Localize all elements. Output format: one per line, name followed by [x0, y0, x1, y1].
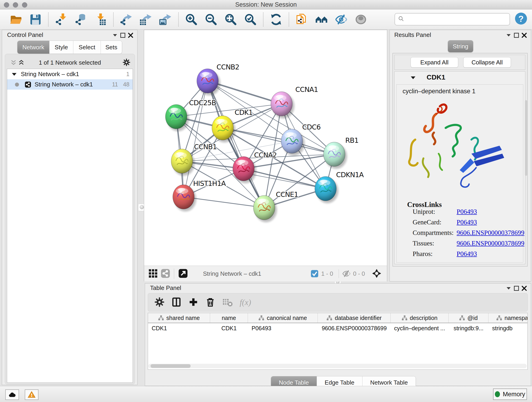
- help-button[interactable]: ?: [514, 12, 528, 26]
- search-input[interactable]: [406, 14, 510, 25]
- export-table-button[interactable]: [139, 12, 153, 27]
- network-node-CCNE1[interactable]: [253, 196, 277, 222]
- tab-style[interactable]: Style: [50, 41, 73, 54]
- table-panel-menu-icon[interactable]: [505, 285, 512, 292]
- import-net-icon: [55, 13, 68, 26]
- results-scrollbar[interactable]: [525, 100, 527, 176]
- show-results-button[interactable]: [354, 12, 368, 27]
- save-session-button[interactable]: [29, 12, 42, 27]
- network-node-CDC6[interactable]: [281, 129, 304, 156]
- node-label-CCNB2: CCNB2: [216, 63, 239, 71]
- table-settings-gear-icon[interactable]: [154, 297, 165, 308]
- export-network-button[interactable]: [119, 12, 133, 27]
- cell-description[interactable]: cyclin–dependent ...: [391, 323, 449, 333]
- crosslink-compartments-link[interactable]: 9606.ENSP00000378699: [457, 229, 525, 236]
- import-network-from-file-button[interactable]: [54, 12, 68, 27]
- column-header-database-identifier[interactable]: database identifier: [318, 313, 391, 323]
- fit-selected-crosshair-icon[interactable]: [371, 268, 382, 279]
- column-header-description[interactable]: description: [391, 313, 449, 323]
- zoom-in-button[interactable]: [184, 12, 198, 27]
- network-canvas[interactable]: CCNB2CCNA1CDC25BCDK1CDC6RB1CCNB1CCNA2CDK…: [144, 30, 387, 266]
- control-panel-close-icon[interactable]: [127, 32, 134, 39]
- control-panel-float-icon[interactable]: [119, 32, 126, 39]
- detach-view-icon[interactable]: [178, 268, 188, 279]
- network-node-HIST1H1A[interactable]: [173, 185, 196, 211]
- crosslink-genecard-link[interactable]: P06493: [457, 218, 477, 226]
- minimize-window-button[interactable]: [13, 2, 18, 7]
- control-panel-menu-icon[interactable]: [112, 32, 119, 39]
- node-label-CCNA1: CCNA1: [295, 85, 318, 94]
- table-panel-close-icon[interactable]: [521, 285, 528, 292]
- cell-id[interactable]: stringdb:9...: [449, 323, 488, 333]
- column-header-name[interactable]: name: [210, 313, 248, 323]
- delete-column-icon[interactable]: [205, 297, 216, 308]
- cell-database-identifier[interactable]: 9606.ENSP00000378699: [318, 323, 391, 333]
- cloud-status-button[interactable]: [5, 389, 19, 400]
- zoom-out-button[interactable]: [204, 12, 218, 27]
- expand-all-button[interactable]: Expand All: [411, 57, 458, 68]
- cell-namespace[interactable]: stringdb: [488, 323, 528, 333]
- zoom-fit-icon: [224, 13, 237, 26]
- crosslink-pharos-link[interactable]: P06493: [457, 250, 477, 258]
- column-header-canonical-name[interactable]: canonical name: [248, 313, 318, 323]
- network-collection-row[interactable]: String Network – cdk1 1: [7, 69, 133, 79]
- network-selection-status: 1 of 1 Network selected: [5, 59, 135, 66]
- close-window-button[interactable]: [4, 2, 9, 7]
- show-grid-icon[interactable]: [148, 268, 158, 279]
- export-image-button[interactable]: [159, 12, 172, 27]
- collapse-all-button[interactable]: Collapse All: [463, 57, 511, 68]
- hide-results-button[interactable]: [334, 12, 348, 27]
- add-column-icon[interactable]: [188, 297, 199, 308]
- tab-select[interactable]: Select: [73, 41, 101, 54]
- tab-sets[interactable]: Sets: [101, 41, 122, 54]
- column-header-shared-name[interactable]: shared name: [148, 313, 210, 323]
- network-node-CDKN1A[interactable]: [315, 177, 338, 203]
- network-type-icon: [25, 81, 32, 88]
- network-node-CCNA1[interactable]: [271, 92, 294, 118]
- warnings-button[interactable]: [25, 389, 38, 400]
- gene-section-header[interactable]: CDK1: [394, 71, 525, 83]
- table-horizontal-scrollbar[interactable]: [148, 364, 527, 368]
- refresh-layout-button[interactable]: [269, 12, 283, 27]
- import-table-from-file-button[interactable]: [94, 12, 108, 27]
- function-builder-button[interactable]: f(x): [240, 298, 251, 307]
- node-label-CCNE1: CCNE1: [276, 191, 298, 198]
- crosslink-uniprot-link[interactable]: P06493: [457, 208, 477, 216]
- column-header-id[interactable]: @id: [449, 313, 488, 323]
- string-home-button[interactable]: [315, 12, 328, 27]
- tab-network[interactable]: Network: [17, 41, 50, 54]
- import-network-from-database-button[interactable]: [74, 12, 88, 27]
- show-columns-icon[interactable]: [171, 297, 182, 308]
- results-panel-close-icon[interactable]: [521, 32, 528, 39]
- cell-canonical-name[interactable]: P06493: [248, 323, 318, 333]
- string-import-button[interactable]: [295, 12, 309, 27]
- hidden-eye-icon[interactable]: [342, 269, 351, 278]
- zoom-fit-button[interactable]: [224, 12, 238, 27]
- control-panel-title: Control Panel: [7, 32, 43, 38]
- network-row-selected[interactable]: String Network – cdk1 11 48: [7, 79, 133, 89]
- column-header-namespace[interactable]: namespace: [488, 313, 528, 323]
- selected-checkbox-icon[interactable]: [310, 269, 319, 278]
- results-panel-menu-icon[interactable]: [505, 32, 512, 39]
- network-node-CCNB2[interactable]: [197, 69, 220, 95]
- network-node-CDK1[interactable]: [212, 116, 235, 142]
- zoom-window-button[interactable]: [22, 2, 27, 7]
- results-panel-float-icon[interactable]: [513, 32, 520, 39]
- network-options-gear-icon[interactable]: [122, 58, 131, 66]
- collection-expand-icon[interactable]: [11, 71, 18, 78]
- network-node-CDC25B[interactable]: [165, 104, 189, 131]
- tab-string[interactable]: String: [448, 40, 473, 52]
- delete-table-icon[interactable]: [222, 297, 233, 308]
- cell-name[interactable]: CDK1: [210, 323, 248, 333]
- network-birdseye-icon[interactable]: [160, 268, 171, 279]
- table-row[interactable]: CDK1 CDK1 P06493 9606.ENSP00000378699 cy…: [148, 323, 528, 333]
- gene-collapse-icon[interactable]: [410, 74, 417, 81]
- scrollbar-thumb[interactable]: [151, 364, 191, 368]
- memory-button[interactable]: Memory: [493, 389, 527, 400]
- zoom-selected-button[interactable]: [244, 12, 257, 27]
- open-session-button[interactable]: [9, 12, 23, 27]
- cell-shared-name[interactable]: CDK1: [148, 323, 210, 333]
- table-panel-float-icon[interactable]: [513, 285, 520, 292]
- network-node-RB1[interactable]: [323, 142, 347, 169]
- crosslink-tissues-link[interactable]: 9606.ENSP00000378699: [457, 240, 525, 247]
